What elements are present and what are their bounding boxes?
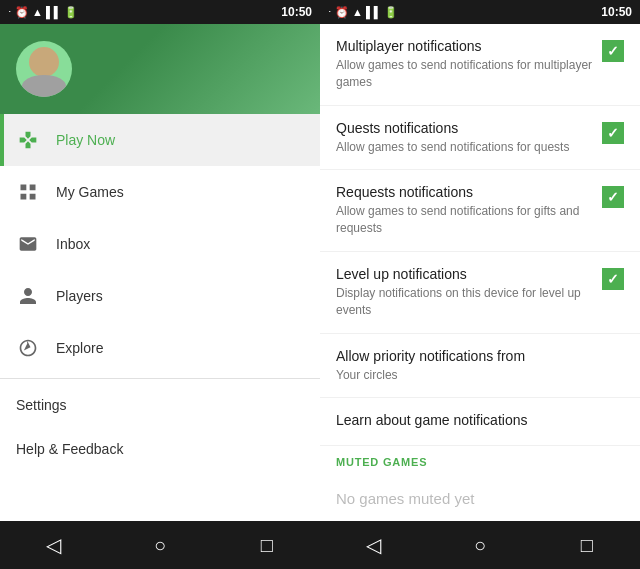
levelup-checkbox[interactable]	[602, 268, 624, 290]
learn-text: Learn about game notifications	[336, 412, 624, 431]
envelope-icon	[16, 232, 40, 256]
sidebar-item-inbox[interactable]: Inbox	[0, 218, 320, 270]
levelup-title: Level up notifications	[336, 266, 594, 282]
profile-header: Christian Cawley atomickarma75@googlemai…	[0, 24, 320, 114]
left-time: 10:50	[281, 5, 312, 19]
signal-icon: ▌▌	[46, 6, 62, 18]
avatar-body	[22, 75, 66, 97]
levelup-desc: Display notifications on this device for…	[336, 285, 594, 319]
quests-checkbox[interactable]	[602, 122, 624, 144]
quests-title: Quests notifications	[336, 120, 594, 136]
right-time: 10:50	[601, 5, 632, 19]
right-recents-button[interactable]: □	[533, 534, 640, 557]
right-bluetooth-icon: ⋅	[328, 6, 332, 19]
right-back-button[interactable]: ◁	[320, 533, 427, 557]
sidebar-item-play-now[interactable]: Play Now	[0, 114, 320, 166]
left-panel: ⋅ ⏰ ▲ ▌▌ 🔋 10:50 Christian Cawley atomic…	[0, 0, 320, 569]
sidebar-item-inbox-label: Inbox	[56, 236, 90, 252]
learn-title: Learn about game notifications	[336, 412, 624, 428]
help-feedback-label: Help & Feedback	[16, 441, 123, 457]
recents-button[interactable]: □	[213, 534, 320, 557]
muted-empty-text: No games muted yet	[320, 474, 640, 521]
multiplayer-checkbox[interactable]	[602, 40, 624, 62]
right-home-button[interactable]: ○	[427, 534, 534, 557]
right-signal-icon: ▌▌	[366, 6, 382, 18]
sidebar-item-play-now-label: Play Now	[56, 132, 115, 148]
bluetooth-icon: ⋅	[8, 6, 12, 19]
priority-notification-item[interactable]: Allow priority notifications from Your c…	[320, 334, 640, 399]
sidebar-item-my-games[interactable]: My Games	[0, 166, 320, 218]
right-battery-icon: 🔋	[384, 6, 398, 19]
menu-divider	[0, 378, 320, 379]
left-bottom-nav: ◁ ○ □	[0, 521, 320, 569]
quests-notification-item[interactable]: Quests notifications Allow games to send…	[320, 106, 640, 171]
left-status-bar: ⋅ ⏰ ▲ ▌▌ 🔋 10:50	[0, 0, 320, 24]
requests-text: Requests notifications Allow games to se…	[336, 184, 594, 237]
learn-link-item[interactable]: Learn about game notifications	[320, 398, 640, 446]
sidebar-item-players[interactable]: Players	[0, 270, 320, 322]
settings-label: Settings	[16, 397, 67, 413]
home-button[interactable]: ○	[107, 534, 214, 557]
requests-desc: Allow games to send notifications for gi…	[336, 203, 594, 237]
gamepad-icon	[16, 128, 40, 152]
right-panel: ⋅ ⏰ ▲ ▌▌ 🔋 10:50 Multiplayer notificatio…	[320, 0, 640, 569]
avatar	[16, 41, 72, 97]
alarm-icon: ⏰	[15, 6, 29, 19]
notifications-list: Multiplayer notifications Allow games to…	[320, 24, 640, 521]
multiplayer-desc: Allow games to send notifications for mu…	[336, 57, 594, 91]
settings-item[interactable]: Settings	[0, 383, 320, 427]
sidebar-item-explore[interactable]: Explore	[0, 322, 320, 374]
left-status-icons: ⋅ ⏰ ▲ ▌▌ 🔋	[8, 6, 78, 19]
grid-icon	[16, 180, 40, 204]
right-status-bar: ⋅ ⏰ ▲ ▌▌ 🔋 10:50	[320, 0, 640, 24]
multiplayer-text: Multiplayer notifications Allow games to…	[336, 38, 594, 91]
person-icon	[16, 284, 40, 308]
priority-sub: Your circles	[336, 367, 624, 384]
wifi-icon: ▲	[32, 6, 43, 18]
priority-text: Allow priority notifications from Your c…	[336, 348, 624, 384]
levelup-text: Level up notifications Display notificat…	[336, 266, 594, 319]
requests-notification-item[interactable]: Requests notifications Allow games to se…	[320, 170, 640, 252]
quests-desc: Allow games to send notifications for qu…	[336, 139, 594, 156]
sidebar-item-explore-label: Explore	[56, 340, 103, 356]
compass-icon	[16, 336, 40, 360]
avatar-face	[29, 47, 59, 77]
multiplayer-title: Multiplayer notifications	[336, 38, 594, 54]
requests-checkbox[interactable]	[602, 186, 624, 208]
menu-list: Play Now My Games Inbox Players	[0, 114, 320, 521]
right-bottom-nav: ◁ ○ □	[320, 521, 640, 569]
sidebar-item-my-games-label: My Games	[56, 184, 124, 200]
levelup-notification-item[interactable]: Level up notifications Display notificat…	[320, 252, 640, 334]
help-feedback-item[interactable]: Help & Feedback	[0, 427, 320, 471]
right-alarm-icon: ⏰	[335, 6, 349, 19]
quests-text: Quests notifications Allow games to send…	[336, 120, 594, 156]
sidebar-item-players-label: Players	[56, 288, 103, 304]
right-wifi-icon: ▲	[352, 6, 363, 18]
priority-title: Allow priority notifications from	[336, 348, 624, 364]
right-status-icons: ⋅ ⏰ ▲ ▌▌ 🔋	[328, 6, 398, 19]
requests-title: Requests notifications	[336, 184, 594, 200]
multiplayer-notification-item[interactable]: Multiplayer notifications Allow games to…	[320, 24, 640, 106]
back-button[interactable]: ◁	[0, 533, 107, 557]
muted-games-header: MUTED GAMES	[320, 446, 640, 474]
battery-icon: 🔋	[64, 6, 78, 19]
